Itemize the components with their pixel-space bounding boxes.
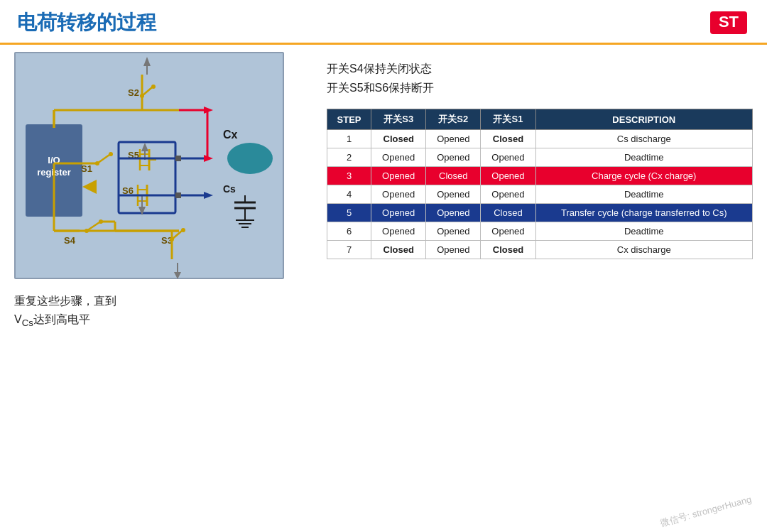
- cell-s1: Closed: [481, 204, 535, 222]
- cell-s1: Opened: [481, 167, 535, 185]
- svg-marker-47: [141, 143, 148, 151]
- table-row: 1ClosedOpenedClosedCs discharge: [327, 130, 753, 148]
- cell-desc: Deadtime: [535, 222, 753, 241]
- cell-desc: Deadtime: [535, 185, 753, 204]
- svg-text:S2: S2: [128, 87, 139, 98]
- cell-s2: Closed: [426, 167, 481, 185]
- cell-s1: Closed: [481, 130, 535, 148]
- svg-marker-66: [204, 192, 213, 199]
- svg-marker-38: [174, 272, 181, 279]
- st-logo: ST: [710, 9, 750, 37]
- svg-point-21: [109, 152, 113, 156]
- svg-point-63: [227, 143, 273, 174]
- switch-table: STEP 开关S3 开关S2 开关S1 DESCRIPTION 1ClosedO…: [327, 109, 753, 259]
- cell-s2: Opened: [426, 185, 481, 204]
- page-title: 电荷转移的过程: [17, 9, 156, 36]
- cell-s3: Closed: [371, 130, 426, 148]
- page-header: 电荷转移的过程 ST: [0, 0, 767, 45]
- cell-s2: Opened: [426, 148, 481, 167]
- cell-step: 3: [327, 167, 371, 185]
- col-header-s1: 开关S1: [481, 109, 535, 130]
- right-content: 开关S4保持关闭状态 开关S5和S6保持断开 STEP 开关S3 开关S2 开关…: [327, 52, 753, 520]
- svg-text:Cx: Cx: [223, 129, 238, 141]
- bottom-note-subscript: Cs: [22, 317, 33, 328]
- diagram-area: I/O register S4: [14, 52, 312, 520]
- cell-step: 6: [327, 222, 371, 241]
- svg-marker-5: [82, 180, 97, 194]
- table-row: 4OpenedOpenedOpenedDeadtime: [327, 185, 753, 204]
- cell-step: 1: [327, 130, 371, 148]
- bottom-note-line3: 达到高电平: [33, 313, 90, 325]
- cell-s2: Opened: [426, 130, 481, 148]
- cell-s2: Opened: [426, 222, 481, 241]
- svg-marker-31: [143, 57, 151, 66]
- main-content: I/O register S4: [0, 45, 767, 527]
- cell-step: 5: [327, 204, 371, 222]
- cell-s3: Closed: [371, 241, 426, 259]
- svg-rect-75: [175, 156, 181, 161]
- bottom-note-line2: V: [14, 313, 22, 325]
- svg-text:S1: S1: [81, 163, 92, 174]
- svg-point-29: [151, 85, 156, 89]
- svg-text:ST: ST: [719, 13, 739, 31]
- cell-s2: Opened: [426, 241, 481, 259]
- col-header-step: STEP: [327, 109, 371, 130]
- desc-line2: 开关S5和S6保持断开: [327, 82, 434, 94]
- table-row: 6OpenedOpenedOpenedDeadtime: [327, 222, 753, 241]
- table-row: 5OpenedOpenedClosedTransfer cycle (charg…: [327, 204, 753, 222]
- cell-step: 4: [327, 185, 371, 204]
- desc-line1: 开关S4保持关闭状态: [327, 63, 432, 75]
- cell-s3: Opened: [371, 185, 426, 204]
- table-row: 2OpenedOpenedOpenedDeadtime: [327, 148, 753, 167]
- svg-line-20: [97, 155, 109, 163]
- svg-line-13: [87, 222, 99, 231]
- bottom-note: 重复这些步骤，直到 VCs达到高电平: [14, 292, 312, 330]
- svg-rect-76: [175, 192, 181, 198]
- bottom-note-line1: 重复这些步骤，直到: [14, 295, 116, 307]
- cell-s1: Opened: [481, 148, 535, 167]
- cell-desc: Cs discharge: [535, 130, 753, 148]
- svg-point-36: [181, 228, 185, 232]
- svg-line-35: [172, 231, 182, 239]
- cell-desc: Transfer cycle (charge transferred to Cs…: [535, 204, 753, 222]
- svg-text:S4: S4: [64, 235, 76, 246]
- cell-desc: Charge cycle (Cx charge): [535, 167, 753, 185]
- table-row: 7ClosedOpenedClosedCx discharge: [327, 241, 753, 259]
- svg-line-28: [142, 87, 152, 96]
- cell-s1: Opened: [481, 185, 535, 204]
- svg-text:Cs: Cs: [223, 183, 236, 195]
- col-header-s3: 开关S3: [371, 109, 426, 130]
- cell-step: 7: [327, 241, 371, 259]
- cell-s1: Opened: [481, 222, 535, 241]
- cell-s3: Opened: [371, 148, 426, 167]
- cell-desc: Deadtime: [535, 148, 753, 167]
- col-header-s2: 开关S2: [426, 109, 481, 130]
- cell-s1: Closed: [481, 241, 535, 259]
- cell-s3: Opened: [371, 167, 426, 185]
- cell-step: 2: [327, 148, 371, 167]
- table-header-row: STEP 开关S3 开关S2 开关S1 DESCRIPTION: [327, 109, 753, 130]
- cell-s3: Opened: [371, 204, 426, 222]
- table-row: 3OpenedClosedOpenedCharge cycle (Cx char…: [327, 167, 753, 185]
- cell-s2: Opened: [426, 204, 481, 222]
- cell-desc: Cx discharge: [535, 241, 753, 259]
- col-header-desc: DESCRIPTION: [535, 109, 753, 130]
- circuit-box: I/O register S4: [14, 52, 284, 279]
- description-block: 开关S4保持关闭状态 开关S5和S6保持断开: [327, 59, 753, 97]
- cell-s3: Opened: [371, 222, 426, 241]
